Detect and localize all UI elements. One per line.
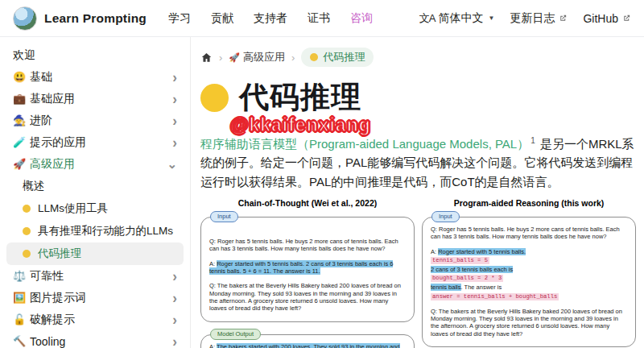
- language-label: 简体中文: [439, 11, 484, 26]
- cot-output-box: Model Output A: The bakers started with …: [200, 334, 415, 348]
- breadcrumb-current-label: 代码推理: [323, 50, 365, 64]
- sidebar-item-overview[interactable]: 概述: [6, 175, 184, 197]
- sidebar-item-advanced-applications[interactable]: 🚀 高级应用 ⌄: [6, 153, 184, 175]
- pal-answer-line-2: 2 cans of 3 tennis balls each is: [431, 266, 627, 273]
- sidebar-item-code-reasoning[interactable]: 代码推理: [6, 242, 184, 265]
- smiley-emoji-icon: 😃: [13, 71, 30, 83]
- chevron-right-icon: ›: [172, 135, 177, 150]
- nav-item-certificate[interactable]: 证书: [308, 11, 330, 26]
- input-badge: Input: [210, 211, 238, 222]
- picture-emoji-icon: 🖼️: [13, 292, 30, 304]
- sidebar-item-prompt-hacking[interactable]: 🔓 破解提示 ›: [6, 309, 184, 330]
- page-title-row: 代码推理: [200, 77, 636, 118]
- unlock-emoji-icon: 🔓: [13, 313, 30, 325]
- sidebar-item-basic-applications[interactable]: 💼 基础应用 ›: [6, 88, 184, 110]
- breadcrumb-separator: ›: [219, 52, 222, 64]
- model-output-badge: Model Output: [210, 329, 261, 340]
- pal-term-link[interactable]: 程序辅助语言模型（Program-aided Language Models, …: [200, 137, 529, 151]
- cot-figure-title: Chain-of-Thought (Wei et al., 2022): [200, 198, 415, 208]
- caret-down-icon: ▼: [489, 14, 495, 22]
- learn-prompting-logo[interactable]: [13, 6, 37, 31]
- learn-prompting-page: Learn Prompting 学习 贡献 支持者 证书 咨询 文A 简体中文 …: [0, 0, 644, 348]
- testtube-emoji-icon: 🧪: [13, 136, 30, 148]
- external-link-icon: [559, 14, 568, 23]
- rocket-emoji-icon: 🚀: [229, 52, 240, 63]
- chevron-right-icon: ›: [172, 290, 177, 305]
- breadcrumb-advanced-applications[interactable]: 🚀 高级应用: [229, 50, 285, 64]
- yellow-dot-icon: [23, 205, 31, 213]
- pal-code-2: bought_balls = 2 * 3: [431, 275, 503, 282]
- cot-answer-highlight: Roger started with 5 tennis balls. 2 can…: [209, 260, 393, 275]
- sidebar-item-llms-reason-act[interactable]: 具有推理和行动能力的LLMs: [6, 220, 184, 242]
- chevron-down-icon: ⌄: [167, 158, 177, 170]
- chevron-right-icon: ›: [172, 69, 177, 85]
- sidebar-item-basics[interactable]: 😃 基础 ›: [6, 66, 184, 88]
- yellow-dot-icon: [23, 227, 31, 235]
- nav-item-contribute[interactable]: 贡献: [211, 11, 233, 26]
- mage-emoji-icon: 🧙: [13, 114, 30, 126]
- yellow-dot-icon: [310, 53, 318, 61]
- yellow-dot-icon: [23, 250, 31, 258]
- figure-column-cot: Chain-of-Thought (Wei et al., 2022) Inpu…: [200, 198, 415, 348]
- pal-answer-line-1: A: Roger started with 5 tennis balls.: [431, 248, 627, 255]
- pal-answer-line-3: tennis balls. The answer is: [431, 284, 627, 291]
- figure-column-pal: Program-aided Reasoning (this work) Inpu…: [422, 198, 636, 348]
- cot-question-2: Q: The bakers at the Beverly Hills Baker…: [209, 282, 406, 313]
- chevron-right-icon: ›: [172, 268, 177, 284]
- intro-paragraph: 程序辅助语言模型（Program-aided Language Models, …: [200, 135, 636, 191]
- sidebar-item-applied-prompting[interactable]: 🧪 提示的应用 ›: [6, 131, 184, 153]
- cot-model-output: A: The bakers started with 200 loaves. T…: [209, 343, 406, 348]
- sidebar-item-welcome[interactable]: 欢迎: [6, 44, 184, 66]
- github-label: GitHub: [583, 12, 618, 25]
- doc-content: › 🚀 高级应用 › 代码推理 代码推理 @kkaifenxiang 程序辅助语…: [192, 37, 644, 348]
- pal-highlight-3: tennis balls: [431, 284, 461, 291]
- language-dropdown[interactable]: 文A 简体中文 ▼: [419, 11, 495, 26]
- watermark-text: @kkaifenxiang: [230, 114, 371, 136]
- chevron-right-icon: ›: [172, 312, 177, 327]
- navbar-links: 学习 贡献 支持者 证书 咨询: [168, 11, 373, 26]
- rocket-emoji-icon: 🚀: [13, 158, 30, 170]
- pal-code-3: answer = tennis_balls + bought_balls: [431, 293, 559, 300]
- changelog-link[interactable]: 更新日志: [510, 11, 568, 26]
- pal-question-2: Q: The bakers at the Beverly Hills Baker…: [431, 308, 627, 338]
- answer-prefix: A:: [209, 260, 217, 267]
- pal-input-box: Input Q: Roger has 5 tennis balls. He bu…: [422, 217, 636, 347]
- breadcrumb: › 🚀 高级应用 › 代码推理: [200, 48, 636, 67]
- breadcrumb-current-page[interactable]: 代码推理: [301, 48, 374, 67]
- sidebar-item-image-prompting[interactable]: 🖼️ 图片提示词 ›: [6, 287, 184, 309]
- sidebar-item-reliability[interactable]: ⚖️ 可靠性 ›: [6, 265, 184, 287]
- cot-output-highlight: The bakers started with 200 loaves. They…: [209, 343, 405, 348]
- changelog-label: 更新日志: [510, 11, 555, 26]
- briefcase-emoji-icon: 💼: [13, 93, 30, 105]
- sidebar-item-tooling[interactable]: 🔨 Tooling ›: [6, 330, 184, 348]
- pal-code-1: tennis_balls = 5: [431, 257, 489, 264]
- header-right: 文A 简体中文 ▼ 更新日志 GitHub: [419, 11, 631, 26]
- breadcrumb-separator: ›: [291, 52, 295, 64]
- sidebar-item-llms-using-tools[interactable]: LLMs使用工具: [6, 197, 184, 220]
- brand-title[interactable]: Learn Prompting: [44, 11, 147, 26]
- home-icon[interactable]: [200, 52, 213, 64]
- cot-question-1: Q: Roger has 5 tennis balls. He buys 2 m…: [209, 238, 406, 253]
- page-title: 代码推理: [239, 77, 361, 118]
- input-badge: Input: [431, 211, 460, 222]
- yellow-dot-icon: [200, 84, 229, 112]
- pal-figure-title: Program-aided Reasoning (this work): [422, 198, 636, 208]
- pal-highlight-1: Roger started with 5 tennis balls.: [438, 248, 526, 255]
- chevron-right-icon: ›: [172, 91, 177, 106]
- breadcrumb-section-label: 高级应用: [243, 50, 285, 64]
- github-link[interactable]: GitHub: [583, 12, 631, 25]
- pal-highlight-2: 2 cans of 3 tennis balls each is: [431, 266, 513, 273]
- nav-item-consulting[interactable]: 咨询: [350, 11, 373, 26]
- nav-item-supporters[interactable]: 支持者: [254, 11, 287, 26]
- external-link-icon: [622, 14, 631, 23]
- cot-input-box: Input Q: Roger has 5 tennis balls. He bu…: [200, 217, 415, 322]
- sidebar-item-intermediate[interactable]: 🧙 进阶 ›: [6, 110, 184, 131]
- chevron-right-icon: ›: [172, 113, 177, 128]
- answer-prefix: A:: [209, 343, 217, 348]
- top-navbar: Learn Prompting 学习 贡献 支持者 证书 咨询 文A 简体中文 …: [0, 0, 644, 37]
- footnote-ref[interactable]: 1: [530, 136, 535, 145]
- chevron-right-icon: ›: [172, 334, 177, 348]
- nav-item-learn[interactable]: 学习: [168, 11, 191, 26]
- pal-question-1: Q: Roger has 5 tennis balls. He buys 2 m…: [431, 226, 627, 241]
- translate-icon: 文A: [419, 11, 436, 26]
